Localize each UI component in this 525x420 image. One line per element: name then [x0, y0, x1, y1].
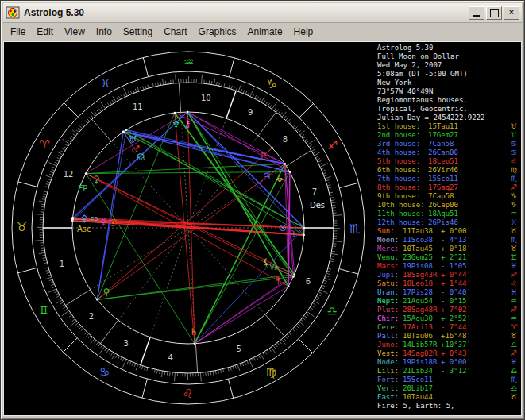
svg-text:☿: ☿	[101, 216, 106, 227]
menu-item-edit[interactable]: Edit	[31, 25, 59, 39]
sidebar-line: Julian Day = 2454222.9222	[377, 114, 519, 122]
menu-item-animate[interactable]: Animate	[242, 25, 288, 39]
sidebar-line: Moon:11Sco38- 4°13'♏	[377, 236, 519, 245]
svg-text:☊: ☊	[137, 152, 145, 163]
client-area: ♈♉♊♋♌♍♎♏♐♑♒♓123456789101112⚳⚴EP☿☉♀♄⚵Vx⚸☽…	[3, 41, 522, 416]
sidebar-line: 11th house:18Aqu51♒	[377, 210, 519, 218]
sidebar-line: Full Moon on Dollar	[377, 52, 519, 61]
svg-text:6: 6	[306, 277, 311, 286]
svg-text:5: 5	[236, 345, 241, 353]
sidebar-line: Fire: 5, Earth: 5,	[377, 402, 519, 410]
sidebar-line: Satu:18Leo18+ 1°44'♌	[377, 279, 519, 288]
window-title: Astrolog 5.30	[24, 7, 469, 18]
svg-text:♋: ♋	[99, 364, 110, 379]
sidebar-line: Wed May 2, 2007	[377, 61, 519, 70]
title-bar[interactable]: Astrolog 5.30 ×	[3, 3, 522, 23]
svg-text:7: 7	[312, 187, 317, 196]
svg-text:☽: ☽	[288, 229, 296, 240]
sidebar-line: Pall:10Tau06+16°48'♉	[377, 332, 519, 341]
sidebar-line: 5th house:18Leo51♌	[377, 157, 519, 166]
close-icon: ×	[509, 9, 514, 17]
sidebar-line: 10th house:26Cap00♑	[377, 201, 519, 210]
svg-text:⚳: ⚳	[93, 174, 100, 185]
svg-text:♈: ♈	[39, 137, 49, 152]
sidebar-line: 6th house:26Vir46♍	[377, 166, 519, 175]
svg-text:⊗: ⊗	[279, 222, 287, 233]
chart-info-panel: Astrolog 5.30Full Moon on DollarWed May …	[374, 42, 521, 415]
sidebar-line: 73°57W 40°49N	[377, 87, 519, 96]
sidebar-line: 3rd house:7Can58♋	[377, 140, 519, 148]
svg-text:4: 4	[168, 353, 172, 362]
panel-divider	[373, 42, 373, 415]
sidebar-line: Plut:28Sag48R+ 7°02'♐	[377, 306, 519, 314]
wheel-label-des: Des	[310, 201, 325, 210]
svg-text:9: 9	[248, 108, 253, 117]
menu-item-graphics[interactable]: Graphics	[193, 25, 242, 39]
svg-text:⚶: ⚶	[276, 172, 284, 183]
menu-item-setting[interactable]: Setting	[118, 25, 158, 39]
sidebar-line: Uran:17Pis28- 0°40'♓	[377, 288, 519, 297]
svg-text:8: 8	[283, 135, 288, 144]
sidebar-line: Regiomontanus houses.	[377, 96, 519, 105]
svg-text:♒: ♒	[183, 55, 194, 69]
sidebar-line: 5:08am (DT -5:00 GMT)	[377, 70, 519, 79]
svg-text:♃: ♃	[263, 170, 272, 181]
menu-bar: FileEditViewInfoSettingChartGraphicsAnim…	[3, 23, 522, 40]
sidebar-line: 9th house:7Cap58♑	[377, 192, 519, 201]
svg-text:11: 11	[133, 102, 143, 111]
menu-item-help[interactable]: Help	[288, 25, 319, 39]
sidebar-line: 12th house:26Pis46♓	[377, 218, 519, 227]
sidebar-line: Venu:23Gem25+ 2°21'♊	[377, 253, 519, 262]
svg-text:♏: ♏	[349, 222, 361, 236]
sidebar-line: Nept:21Aqu54- 0°15'♒	[377, 297, 519, 306]
sidebar-line: Astrolog 5.30	[377, 44, 519, 52]
sidebar-line: Lili:21Lib34- 3°12'♎	[377, 367, 519, 376]
maximize-button[interactable]	[486, 6, 502, 20]
sidebar-line: Node:19Pis18R+ 0°00'♓	[377, 358, 519, 367]
svg-text:♑: ♑	[267, 77, 277, 91]
sidebar-line: New York	[377, 79, 519, 87]
sidebar-line: Fort:15Sco11♏	[377, 376, 519, 384]
wheel-label-asc: Asc	[77, 225, 91, 233]
svg-text:♊: ♊	[39, 303, 49, 318]
close-button[interactable]: ×	[504, 6, 519, 20]
svg-text:♉: ♉	[17, 220, 27, 234]
svg-text:1: 1	[60, 260, 64, 268]
svg-text:10: 10	[201, 94, 211, 102]
sidebar-line: 1st house:15Tau11♉	[377, 122, 519, 131]
sidebar-line: Tropical, Geocentric.	[377, 105, 519, 114]
svg-text:☉: ☉	[109, 218, 118, 229]
minimize-icon	[473, 15, 480, 17]
sidebar-line: Juno:14Lib57R+10°37'♎	[377, 341, 519, 349]
app-window: Astrolog 5.30 × FileEditViewInfoSettingC…	[0, 0, 525, 420]
svg-text:♍: ♍	[265, 365, 276, 380]
sidebar-line: 7th house:15Sco11♏	[377, 175, 519, 183]
sidebar-line: Vert:20Lib17♎	[377, 384, 519, 393]
minimize-button[interactable]	[469, 6, 484, 20]
menu-item-view[interactable]: View	[59, 25, 91, 39]
app-icon	[6, 6, 20, 20]
svg-text:12: 12	[64, 170, 74, 179]
svg-text:3: 3	[124, 339, 129, 348]
svg-text:⚵: ⚵	[275, 275, 282, 286]
svg-text:⚷: ⚷	[184, 118, 191, 129]
menu-item-chart[interactable]: Chart	[158, 25, 192, 39]
sidebar-line: Vest:14Sag02R+ 0°43'♐	[377, 349, 519, 358]
svg-text:♌: ♌	[183, 387, 193, 401]
sidebar-line: 2nd house:17Gem27♊	[377, 131, 519, 140]
sidebar-line: Mars:19Pis08- 1°05'♓	[377, 262, 519, 271]
sidebar-line: Jupi:18Sag43R+ 0°44'♐	[377, 271, 519, 279]
menu-item-file[interactable]: File	[5, 25, 31, 39]
svg-text:⚸: ⚸	[263, 256, 270, 268]
window-controls: ×	[469, 6, 519, 20]
svg-text:♀: ♀	[103, 287, 110, 298]
menu-item-info[interactable]: Info	[91, 25, 118, 39]
svg-text:Vx: Vx	[270, 264, 278, 272]
sidebar-line: Sun:11Tau38+ 0°00'♉	[377, 227, 519, 236]
svg-text:⚴: ⚴	[81, 213, 88, 224]
maximize-icon	[490, 9, 499, 17]
astro-wheel-chart: ♈♉♊♋♌♍♎♏♐♑♒♓123456789101112⚳⚴EP☿☉♀♄⚵Vx⚸☽…	[4, 42, 373, 414]
sidebar-line: Merc:10Tau45+ 0°18'♉	[377, 245, 519, 253]
svg-text:♆: ♆	[172, 119, 180, 130]
sidebar-line: 4th house:26Can00♋	[377, 148, 519, 157]
